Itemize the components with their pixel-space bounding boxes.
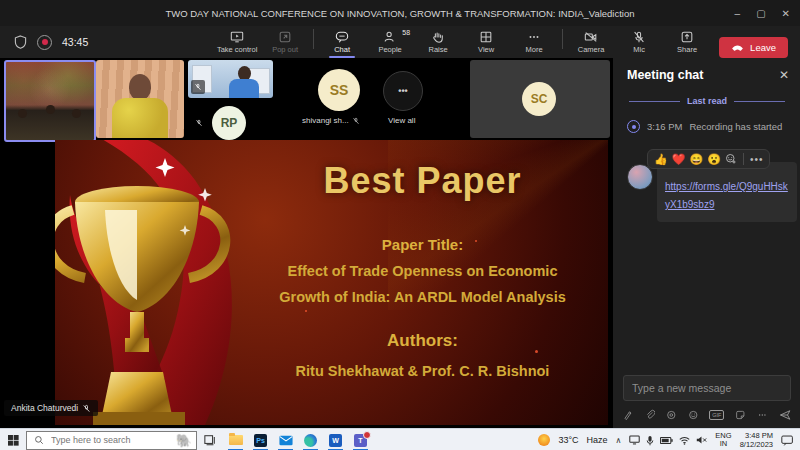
paper-title-line2: Growth of India: An ARDL Model Analysis — [245, 289, 600, 305]
share-button[interactable]: Share — [663, 26, 711, 58]
message-more-icon[interactable]: ••• — [750, 154, 764, 165]
chat-message: 👍 ❤️ 😄 😮 ••• https://forms.gle/Q9guHHsky… — [621, 162, 793, 222]
slide-text: Best Paper Paper Title: Effect of Trade … — [245, 160, 600, 379]
raise-hand-button[interactable]: Raise — [414, 26, 462, 58]
participant-figure — [72, 109, 81, 118]
display-icon[interactable] — [629, 435, 640, 445]
battery-icon[interactable] — [660, 436, 673, 445]
pop-out-button[interactable]: Pop out — [261, 26, 309, 58]
leave-button[interactable]: Leave — [719, 37, 788, 58]
search-highlight-elephant-icon[interactable]: 🐘 — [176, 434, 192, 447]
people-button[interactable]: 58 People — [366, 26, 414, 58]
taskbar-search[interactable]: 🐘 — [26, 431, 197, 450]
loop-icon[interactable] — [666, 409, 677, 421]
participant-name-label: shivangi sh... — [302, 116, 360, 125]
photoshop-button[interactable]: Ps — [248, 429, 273, 450]
word-button[interactable]: W — [323, 429, 348, 450]
raise-hand-icon — [431, 30, 445, 44]
weather-temp[interactable]: 33°C — [558, 435, 578, 445]
grid-icon — [479, 30, 493, 44]
task-view-button[interactable] — [197, 429, 223, 450]
add-reaction-icon[interactable] — [725, 153, 737, 165]
ellipsis-icon — [527, 30, 541, 44]
more-button[interactable]: More — [510, 26, 558, 58]
thumbs-up-reaction[interactable]: 👍 — [654, 154, 668, 165]
mural-background — [6, 62, 94, 107]
tray-mic-icon[interactable] — [646, 435, 654, 446]
people-count-badge: 58 — [402, 29, 410, 36]
language-indicator[interactable]: ENG IN — [715, 432, 731, 449]
mic-muted-icon — [192, 116, 206, 130]
mic-button[interactable]: Mic — [615, 26, 663, 58]
windows-logo-icon — [8, 435, 19, 446]
paper-title-label: Paper Title: — [245, 236, 600, 253]
avatar-rp[interactable]: RP — [212, 106, 246, 140]
tray-chevron-icon[interactable]: ∧ — [616, 436, 622, 445]
toolbar-divider-2 — [562, 29, 563, 49]
gif-icon[interactable]: GIF — [709, 410, 724, 420]
video-tile-small[interactable] — [188, 60, 273, 98]
mic-muted-icon — [352, 117, 360, 125]
start-button[interactable] — [0, 429, 26, 450]
compose-more-icon[interactable] — [757, 409, 768, 421]
maximize-button[interactable]: ▢ — [756, 8, 765, 19]
chat-panel-title: Meeting chat — [627, 68, 703, 82]
take-control-button[interactable]: Take control — [213, 26, 261, 58]
weather-condition[interactable]: Haze — [586, 435, 607, 445]
share-icon — [680, 30, 694, 44]
video-tile-sc[interactable]: SC — [470, 60, 610, 138]
wifi-icon[interactable] — [679, 436, 690, 445]
chat-button[interactable]: Chat — [318, 26, 366, 58]
avatar-ss[interactable]: SS — [318, 69, 360, 111]
format-icon[interactable] — [623, 409, 634, 421]
attach-icon[interactable] — [645, 409, 656, 421]
chat-header: Meeting chat ✕ — [613, 58, 800, 90]
file-explorer-button[interactable] — [223, 429, 248, 450]
overflow-participants-button[interactable]: ••• — [383, 71, 423, 111]
meeting-stage: RP SS shivangi sh... ••• View all SC — [0, 58, 612, 428]
windows-taskbar: 🐘 Ps W — [0, 428, 800, 450]
action-center-icon[interactable] — [781, 435, 794, 446]
surprised-reaction[interactable]: 😮 — [707, 154, 721, 165]
meeting-timer: 43:45 — [62, 36, 88, 48]
view-button[interactable]: View — [462, 26, 510, 58]
mic-muted-icon — [191, 80, 205, 94]
search-icon — [34, 435, 44, 445]
chat-close-icon[interactable]: ✕ — [779, 68, 789, 82]
title-bar: TWO DAY NATIONAL CONFERENCE ON INNOVATIO… — [0, 0, 800, 26]
task-view-icon — [204, 434, 216, 446]
clock[interactable]: 3:48 PM 8/12/2023 — [740, 431, 773, 449]
pop-out-icon — [278, 30, 292, 44]
close-button[interactable]: ✕ — [782, 8, 790, 19]
sticker-icon[interactable] — [735, 409, 746, 421]
recording-indicator-icon — [37, 35, 52, 50]
volume-muted-icon[interactable] — [696, 435, 707, 445]
video-tile-room[interactable] — [4, 60, 96, 142]
search-input[interactable] — [49, 434, 171, 446]
mail-button[interactable] — [273, 429, 298, 450]
participant-figure — [18, 109, 27, 118]
heart-reaction[interactable]: ❤️ — [672, 154, 686, 165]
laugh-reaction[interactable]: 😄 — [689, 154, 703, 165]
people-icon — [383, 30, 397, 44]
meeting-status: 43:45 — [0, 35, 88, 50]
shared-link[interactable]: https://forms.gle/Q9guHHskyX1b9sbz9 — [665, 181, 788, 210]
view-all-label[interactable]: View all — [388, 116, 415, 125]
last-read-divider: Last read — [613, 90, 800, 106]
send-icon[interactable] — [779, 408, 791, 422]
minimize-button[interactable]: – — [735, 8, 741, 19]
window-title: TWO DAY NATIONAL CONFERENCE ON INNOVATIO… — [165, 8, 634, 19]
paper-title-line1: Effect of Trade Openness on Economic — [245, 263, 600, 279]
video-tile-speaker[interactable] — [96, 60, 184, 138]
edge-icon — [304, 434, 317, 447]
emoji-icon[interactable] — [688, 409, 699, 421]
edge-button[interactable] — [298, 429, 323, 450]
weather-icon[interactable] — [538, 434, 550, 446]
camera-button[interactable]: Camera — [567, 26, 615, 58]
tray-time: 3:48 PM — [740, 431, 773, 440]
teams-button[interactable]: T — [348, 429, 373, 450]
meeting-chat-panel: Meeting chat ✕ Last read 3:16 PM Recordi… — [612, 58, 800, 428]
mail-icon — [279, 435, 293, 446]
message-input[interactable] — [623, 375, 791, 401]
compose-area: GIF — [623, 375, 791, 422]
